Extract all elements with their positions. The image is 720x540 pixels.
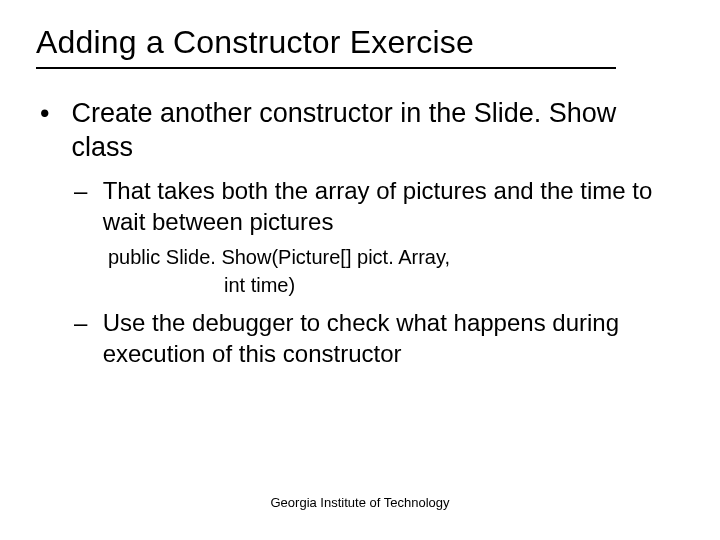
slide: Adding a Constructor Exercise • Create a… [0, 0, 720, 540]
footer-text: Georgia Institute of Technology [0, 495, 720, 510]
bullet1-text: Create another constructor in the Slide.… [72, 97, 662, 165]
code-block: public Slide. Show(Picture[] pict. Array… [108, 243, 684, 299]
title-underline [36, 67, 616, 69]
sub2-text: Use the debugger to check what happens d… [103, 307, 663, 369]
slide-title: Adding a Constructor Exercise [36, 24, 684, 65]
sub1-text: That takes both the array of pictures an… [103, 175, 663, 237]
dash-icon: – [74, 307, 96, 338]
dash-icon: – [74, 175, 96, 206]
code-line-2: int time) [224, 271, 684, 299]
bullet-level1: • Create another constructor in the Slid… [40, 97, 684, 165]
bullet-dot: • [40, 97, 64, 131]
bullet-level2: – That takes both the array of pictures … [74, 175, 684, 237]
bullet-level2: – Use the debugger to check what happens… [74, 307, 684, 369]
code-line-1: public Slide. Show(Picture[] pict. Array… [108, 243, 684, 271]
